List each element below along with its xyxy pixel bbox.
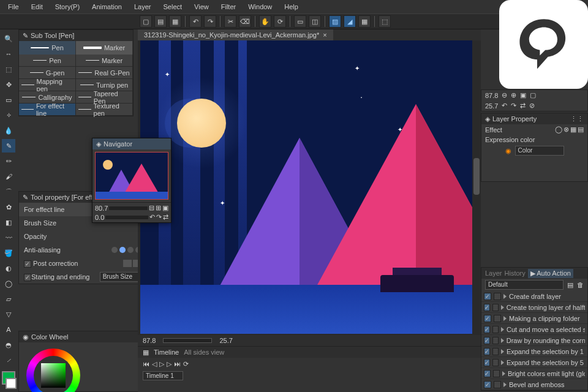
flip-h-icon[interactable]: ⇄ (520, 102, 526, 110)
expand-icon[interactable] (501, 305, 504, 310)
rot-right-icon[interactable]: ↷ (511, 102, 516, 110)
action-item[interactable]: ✓Draw by rounding the corners of s (481, 335, 587, 346)
fullsize-icon[interactable]: ▢ (530, 91, 536, 99)
color-chip[interactable] (494, 381, 501, 388)
zoom-tool-icon[interactable]: 🔍 (2, 32, 15, 45)
shrink-icon[interactable]: ◫ (309, 15, 321, 28)
zoom-plus-icon[interactable]: ⊕ (511, 91, 516, 99)
snap-grid-icon[interactable]: ▦ (358, 15, 371, 28)
tab-layer[interactable]: Layer (485, 270, 502, 277)
snap-special-icon[interactable]: ◢ (344, 15, 356, 28)
border-effect-icon[interactable]: ◯ (555, 126, 562, 134)
color-chip[interactable] (492, 326, 499, 333)
prop-opacity[interactable]: Opacity› (19, 230, 146, 243)
wand-tool-icon[interactable]: ✧ (2, 108, 15, 122)
decoration-tool-icon[interactable]: ✿ (2, 200, 15, 214)
subtool-mapping[interactable]: Mapping pen (19, 79, 76, 91)
expr-dropdown[interactable]: Color (515, 146, 564, 156)
play-start-icon[interactable]: ⏮ (143, 360, 149, 368)
text-tool-icon[interactable]: A (2, 323, 15, 336)
subtool-tab-marker[interactable]: Marker (76, 41, 133, 55)
expand-icon[interactable] (501, 360, 504, 365)
checkbox-icon[interactable]: ✓ (484, 348, 490, 355)
menu-story[interactable]: Story(P) (50, 1, 85, 12)
checkbox-icon[interactable]: ✓ (484, 381, 491, 388)
rotate-icon[interactable]: ⟳ (274, 15, 286, 28)
checkbox-icon[interactable]: ✓ (24, 274, 31, 281)
action-item[interactable]: ✓Making a clipping folder (481, 313, 587, 324)
prop-post-correction[interactable]: ✓ Post correction (19, 257, 146, 270)
frame-tool-icon[interactable]: ▱ (2, 292, 15, 306)
checkbox-icon[interactable]: ✓ (484, 293, 491, 300)
action-item[interactable]: ✓Expand the selection by 5 px and (481, 357, 587, 368)
action-item[interactable]: ✓Cut and move a selected subject (481, 324, 587, 335)
zoom-minus-icon[interactable]: ⊖ (502, 91, 507, 99)
expand-icon[interactable] (503, 316, 507, 321)
nav-zoom-slider[interactable] (109, 206, 148, 210)
menu-select[interactable]: Select (158, 1, 188, 12)
color-chip[interactable] (492, 359, 499, 366)
nav-rot-slider[interactable] (105, 216, 148, 219)
fill-tool-icon[interactable]: 🪣 (2, 246, 15, 260)
zoom-out-icon[interactable]: ⊟ (149, 204, 154, 212)
starting-dropdown[interactable]: Brush Size (100, 272, 141, 282)
flip-icon[interactable]: ⇄ (163, 213, 168, 221)
navigator-preview[interactable] (95, 152, 168, 200)
menu-layer[interactable]: Layer (129, 1, 157, 12)
colorwheel-header[interactable]: ◉Color Wheel (19, 331, 146, 342)
action-item[interactable]: ✓Bevel and emboss (481, 379, 587, 390)
snap-ruler-icon[interactable]: ▨ (329, 15, 341, 28)
timeline-header[interactable]: ▦TimelineAll sides view (138, 347, 481, 358)
fit-icon[interactable]: ▣ (162, 204, 168, 212)
vertical-scrollbar[interactable] (472, 40, 481, 334)
canvas[interactable]: ✦ ✦ ✦ ✦ • • (140, 40, 472, 334)
layercolor-effect-icon[interactable]: ▦ (570, 126, 576, 134)
checkbox-icon[interactable]: ✓ (484, 304, 490, 311)
extract-effect-icon[interactable]: ▤ (578, 126, 584, 134)
subtool-pen[interactable]: Pen (19, 55, 76, 67)
subtool-tab-pen[interactable]: Pen (19, 41, 76, 55)
subtool-realgpen[interactable]: Real G-Pen (76, 67, 133, 79)
document-tab[interactable]: 312319-Shingeki_no_Kyojin-medieval-Levi_… (138, 29, 333, 40)
sv-square[interactable] (41, 363, 66, 388)
expand-icon[interactable] (501, 338, 504, 343)
menu-file[interactable]: File (2, 1, 24, 12)
tone-effect-icon[interactable]: ⊗ (564, 126, 569, 134)
checkbox-icon[interactable]: ✓ (484, 337, 490, 344)
color-chip[interactable] (494, 315, 501, 322)
menu-edit[interactable]: Edit (26, 1, 48, 12)
eraser-tool-icon[interactable]: ◧ (2, 216, 15, 229)
layer-move-tool-icon[interactable]: ✥ (2, 78, 15, 91)
undo-icon[interactable]: ↶ (189, 15, 202, 28)
navigator-panel[interactable]: ◈Navigator 80.7⊟⊞▣ 0.0↶↷⇄ (92, 138, 172, 223)
assets-icon[interactable]: ⬚ (379, 15, 391, 28)
loop-icon[interactable]: ⟳ (183, 360, 189, 368)
menu-filter[interactable]: Filter (216, 1, 241, 12)
checkbox-icon[interactable]: ✓ (484, 359, 490, 366)
menu-view[interactable]: View (189, 1, 214, 12)
hand-icon[interactable]: ✋ (259, 15, 271, 28)
delete-preset-icon[interactable]: 🗑 (577, 281, 584, 288)
new-doc-icon[interactable]: ▢ (140, 15, 152, 28)
expand-icon[interactable] (501, 349, 504, 354)
checkbox-icon[interactable]: ✓ (484, 326, 490, 333)
open-icon[interactable]: ▤ (154, 15, 167, 28)
pen-tool-icon[interactable]: ✎ (2, 139, 15, 153)
menu-animation[interactable]: Animation (86, 1, 127, 12)
tab-history[interactable]: History (505, 270, 526, 277)
next-frame-icon[interactable]: ▷ (167, 360, 172, 368)
subtool-marker[interactable]: Marker (76, 55, 133, 67)
color-chip[interactable] (492, 304, 499, 311)
move-tool-icon[interactable]: ↔ (2, 47, 15, 61)
checkbox-icon[interactable]: ✓ (484, 315, 491, 322)
expand-icon[interactable] (503, 294, 507, 299)
balloon-tool-icon[interactable]: ◓ (2, 338, 15, 352)
fit-icon[interactable]: ▣ (520, 91, 526, 99)
redo-icon[interactable]: ↷ (204, 15, 216, 28)
airbrush-tool-icon[interactable]: ⌒ (2, 185, 15, 198)
play-end-icon[interactable]: ⏭ (174, 360, 181, 368)
save-preset-icon[interactable]: ▤ (567, 281, 573, 289)
figure-tool-icon[interactable]: ◯ (2, 277, 15, 290)
expand-icon[interactable] (503, 382, 507, 387)
eyedropper-tool-icon[interactable]: 💧 (2, 124, 15, 137)
